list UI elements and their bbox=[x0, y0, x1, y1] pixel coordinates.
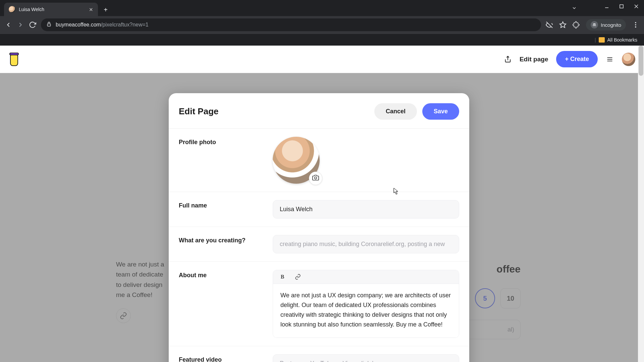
window-maximize-icon[interactable] bbox=[619, 3, 625, 9]
scrollbar-thumb[interactable] bbox=[639, 46, 643, 76]
url-path: /pixelcraftux?new=1 bbox=[101, 22, 149, 27]
camera-icon bbox=[312, 174, 319, 182]
svg-point-9 bbox=[635, 22, 636, 23]
tab-bar: Luisa Welch ✕ + bbox=[0, 0, 644, 16]
featured-video-label: Featured video bbox=[179, 354, 265, 362]
bold-button[interactable]: B bbox=[278, 273, 286, 281]
full-name-input[interactable] bbox=[273, 200, 459, 219]
browser-chrome: Luisa Welch ✕ + buymeacoffee.com/pixelcr… bbox=[0, 0, 644, 46]
profile-photo-label: Profile photo bbox=[179, 137, 265, 184]
incognito-icon bbox=[591, 21, 598, 28]
url-host: buymeacoffee.com bbox=[56, 22, 101, 27]
window-minimize-icon[interactable] bbox=[604, 3, 610, 9]
about-toolbar: B bbox=[273, 270, 459, 284]
about-editor: B We are not just a UX design company; w… bbox=[273, 270, 459, 338]
url-field[interactable]: buymeacoffee.com/pixelcraftux?new=1 bbox=[41, 18, 541, 31]
bookmarks-folder-icon bbox=[599, 37, 605, 43]
new-tab-button[interactable]: + bbox=[100, 4, 111, 15]
tab-dropdown-icon[interactable] bbox=[572, 5, 577, 12]
incognito-label: Incognito bbox=[601, 22, 621, 28]
svg-rect-4 bbox=[47, 24, 50, 26]
address-bar: buymeacoffee.com/pixelcraftux?new=1 Inco… bbox=[0, 16, 644, 34]
tab-close-icon[interactable]: ✕ bbox=[89, 7, 93, 12]
change-photo-button[interactable] bbox=[309, 172, 322, 185]
full-name-label: Full name bbox=[179, 200, 265, 219]
save-button[interactable]: Save bbox=[422, 103, 459, 120]
creating-label: What are you creating? bbox=[179, 235, 265, 253]
create-button[interactable]: + Create bbox=[556, 51, 598, 67]
window-controls bbox=[604, 3, 639, 9]
cancel-button[interactable]: Cancel bbox=[374, 103, 417, 120]
tracking-eye-off-icon[interactable] bbox=[546, 21, 553, 28]
svg-point-10 bbox=[635, 24, 636, 25]
tab-title: Luisa Welch bbox=[19, 7, 44, 12]
all-bookmarks-link[interactable]: All Bookmarks bbox=[607, 37, 637, 43]
bmc-logo-icon[interactable] bbox=[9, 53, 19, 66]
profile-photo bbox=[273, 137, 320, 184]
bookmarks-bar: | All Bookmarks bbox=[0, 34, 644, 46]
creating-input[interactable] bbox=[273, 235, 459, 253]
featured-video-input[interactable] bbox=[273, 354, 459, 362]
page-body-background: We are not just a team of dedicate to de… bbox=[0, 73, 638, 362]
svg-point-11 bbox=[635, 26, 636, 28]
about-textarea[interactable]: We are not just a UX design company; we … bbox=[273, 284, 459, 338]
svg-point-16 bbox=[315, 177, 317, 179]
edit-page-modal: Edit Page Cancel Save Profile photo bbox=[169, 93, 469, 362]
link-button[interactable] bbox=[294, 273, 302, 281]
share-icon[interactable] bbox=[504, 56, 512, 63]
window-close-icon[interactable] bbox=[633, 3, 639, 9]
tab-favicon bbox=[9, 6, 15, 13]
nav-back-icon[interactable] bbox=[5, 21, 12, 28]
page-scrollbar[interactable] bbox=[638, 46, 644, 362]
nav-forward-icon[interactable] bbox=[17, 21, 24, 28]
incognito-chip[interactable]: Incognito bbox=[586, 19, 626, 31]
site-lock-icon bbox=[46, 21, 52, 28]
svg-marker-6 bbox=[560, 22, 566, 27]
browser-tab[interactable]: Luisa Welch ✕ bbox=[4, 3, 98, 16]
svg-point-8 bbox=[595, 25, 596, 26]
browser-menu-icon[interactable] bbox=[632, 21, 639, 28]
app-header: Edit page + Create bbox=[0, 46, 644, 73]
svg-rect-1 bbox=[620, 5, 623, 8]
user-avatar[interactable] bbox=[622, 53, 635, 66]
modal-title: Edit Page bbox=[179, 106, 218, 117]
extensions-icon[interactable] bbox=[573, 21, 580, 28]
page-content: Edit page + Create We are not just a tea… bbox=[0, 46, 644, 362]
bookmark-star-icon[interactable] bbox=[559, 21, 567, 28]
hamburger-menu-icon[interactable] bbox=[606, 56, 614, 63]
edit-page-link[interactable]: Edit page bbox=[520, 56, 548, 63]
nav-reload-icon[interactable] bbox=[29, 21, 36, 28]
svg-point-7 bbox=[593, 25, 594, 26]
about-me-label: About me bbox=[179, 270, 265, 338]
